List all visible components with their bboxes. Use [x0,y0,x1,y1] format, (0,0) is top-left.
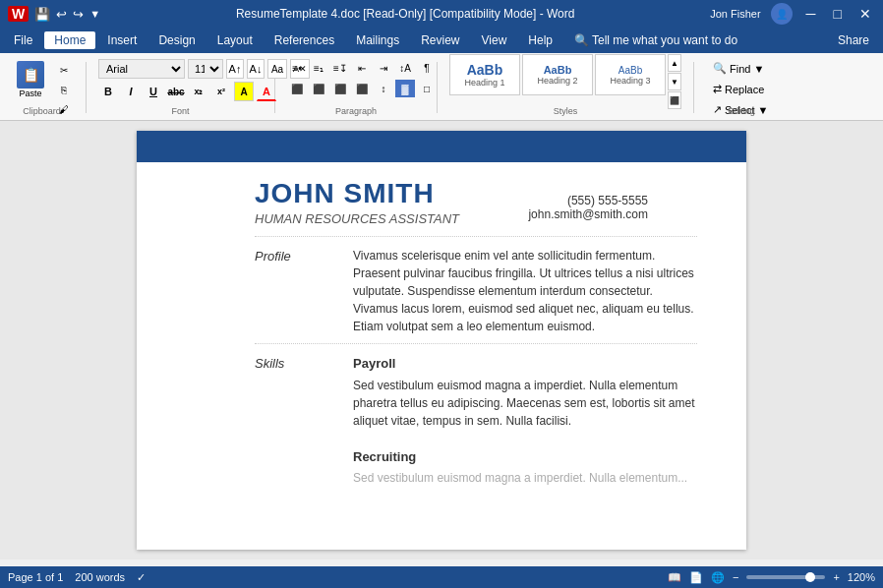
styles-scroll-down[interactable]: ▼ [668,73,681,90]
ribbon-sep-3 [437,62,438,113]
styles-scroll-up[interactable]: ▲ [668,54,681,72]
replace-icon: ⇄ [713,83,722,95]
resume-phone: (555) 555-5555 [528,194,648,207]
strikethrough-button[interactable]: abc [166,82,186,101]
increase-indent-button[interactable]: ⇥ [374,59,393,77]
highlight-button[interactable]: A [234,82,254,101]
paste-button[interactable]: 📋 Paste [10,59,51,100]
paragraph-group: ≡• ≡₁ ≡↧ ⇤ ⇥ ↕A ¶ ⬛ ⬛ ⬛ ⬛ ↕ ▓ □ [283,59,429,116]
style-heading2[interactable]: AaBb Heading 2 [522,54,593,95]
decrease-indent-button[interactable]: ⇤ [352,59,372,77]
styles-scroll-buttons: ▲ ▼ ⬛ [668,54,681,109]
menu-help[interactable]: Help [518,31,562,49]
doc-content[interactable]: JOHN SMITH HUMAN RESOURCES ASSISTANT (55… [137,162,746,520]
skills-content: Payroll Sed vestibulum euismod magna a i… [353,354,697,487]
superscript-button[interactable]: x² [211,82,231,101]
title-bar-right: Jon Fisher 👤 ─ □ ✕ [710,3,875,25]
font-color-button[interactable]: A [257,82,276,101]
doc-header-bar [137,131,746,162]
recruiting-content: Sed vestibulum euismod magna a imperdiet… [353,469,697,487]
font-family-select[interactable]: Arial [98,59,185,79]
replace-button[interactable]: ⇄ Replace [706,80,775,98]
customize-icon[interactable]: ▼ [89,8,100,20]
copy-button[interactable]: ⎘ [54,81,74,98]
view-read-icon[interactable]: 📖 [668,571,681,584]
show-marks-button[interactable]: ¶ [417,59,437,77]
maximize-button[interactable]: □ [830,6,846,22]
view-print-icon[interactable]: 📄 [689,571,703,584]
style-heading3[interactable]: AaBb Heading 3 [595,54,666,95]
redo-icon[interactable]: ↪ [73,7,84,22]
multilevel-list-button[interactable]: ≡↧ [330,59,350,77]
user-avatar: 👤 [771,3,793,25]
shading-button[interactable]: ▓ [395,80,415,97]
shrink-font-button[interactable]: A↓ [247,59,265,79]
zoom-slider[interactable] [746,575,825,579]
font-group: Arial 11 A↑ A↓ Aa A✕ B I U abc x₂ x² [94,59,266,116]
editing-label: Editing [702,106,781,116]
title-bar-left: W 💾 ↩ ↪ ▼ [8,6,100,22]
document-page: JOHN SMITH HUMAN RESOURCES ASSISTANT (55… [137,131,746,550]
zoom-in-button[interactable]: + [833,571,839,583]
profile-section: Profile Vivamus scelerisque enim vel ant… [255,247,697,344]
menu-insert[interactable]: Insert [97,31,147,49]
undo-icon[interactable]: ↩ [56,7,67,22]
zoom-out-button[interactable]: − [733,571,738,583]
subscript-button[interactable]: x₂ [189,82,208,101]
menu-file[interactable]: File [4,31,42,49]
resume-header: JOHN SMITH HUMAN RESOURCES ASSISTANT (55… [255,178,697,237]
search-icon: 🔍 [574,33,589,47]
status-right: 📖 📄 🌐 − + 120% [668,571,875,584]
profile-label: Profile [255,247,333,335]
numbering-button[interactable]: ≡₁ [309,59,328,77]
menu-layout[interactable]: Layout [207,31,263,49]
close-button[interactable]: ✕ [855,6,875,22]
styles-group: AaBb Heading 1 AaBb Heading 2 AaBb Headi… [445,59,685,116]
recruiting-heading: Recruiting [353,447,697,467]
menu-home[interactable]: Home [44,31,95,49]
font-size-select[interactable]: 11 [188,59,223,79]
paste-icon: 📋 [17,61,44,88]
align-right-button[interactable]: ⬛ [330,80,350,97]
underline-button[interactable]: U [144,82,163,101]
ribbon-sep-1 [86,62,87,113]
payroll-heading: Payroll [353,354,697,374]
styles-label: Styles [445,106,685,116]
menu-design[interactable]: Design [148,31,205,49]
align-left-button[interactable]: ⬛ [287,80,307,97]
save-icon[interactable]: 💾 [34,7,50,22]
find-icon: 🔍 [713,62,727,75]
menu-view[interactable]: View [472,31,517,49]
user-name: Jon Fisher [710,8,760,20]
share-button[interactable]: Share [828,31,879,49]
status-bar: Page 1 of 1 200 words ✓ 📖 📄 🌐 − + 120% [0,566,883,588]
style-heading1[interactable]: AaBb Heading 1 [449,54,520,95]
profile-content: Vivamus scelerisque enim vel ante sollic… [353,247,697,335]
grow-font-button[interactable]: A↑ [226,59,244,79]
font-label: Font [94,106,266,116]
menu-search[interactable]: 🔍 Tell me what you want to do [564,31,747,49]
proofing-icon[interactable]: ✓ [137,571,146,584]
resume-email: john.smith@smith.com [528,207,648,221]
view-web-icon[interactable]: 🌐 [711,571,725,584]
editing-group: 🔍 Find ▼ ⇄ Replace ↗ Select ▼ Editing [702,59,781,116]
sort-button[interactable]: ↕A [395,59,415,77]
menu-mailings[interactable]: Mailings [346,31,409,49]
zoom-thumb [805,572,815,582]
payroll-content: Sed vestibulum euismod magna a imperdiet… [353,377,697,430]
menu-review[interactable]: Review [411,31,469,49]
minimize-button[interactable]: ─ [802,6,820,22]
line-spacing-button[interactable]: ↕ [374,80,393,97]
cut-button[interactable]: ✂ [54,61,74,79]
menu-references[interactable]: References [265,31,344,49]
bullets-button[interactable]: ≡• [287,59,307,77]
align-center-button[interactable]: ⬛ [309,80,328,97]
word-count: 200 words [75,571,125,583]
bold-button[interactable]: B [98,82,118,101]
borders-button[interactable]: □ [417,80,437,97]
status-left: Page 1 of 1 200 words ✓ [8,571,146,584]
italic-button[interactable]: I [121,82,141,101]
find-button[interactable]: 🔍 Find ▼ [706,59,775,78]
clipboard-label: Clipboard [6,106,78,116]
justify-button[interactable]: ⬛ [352,80,372,97]
